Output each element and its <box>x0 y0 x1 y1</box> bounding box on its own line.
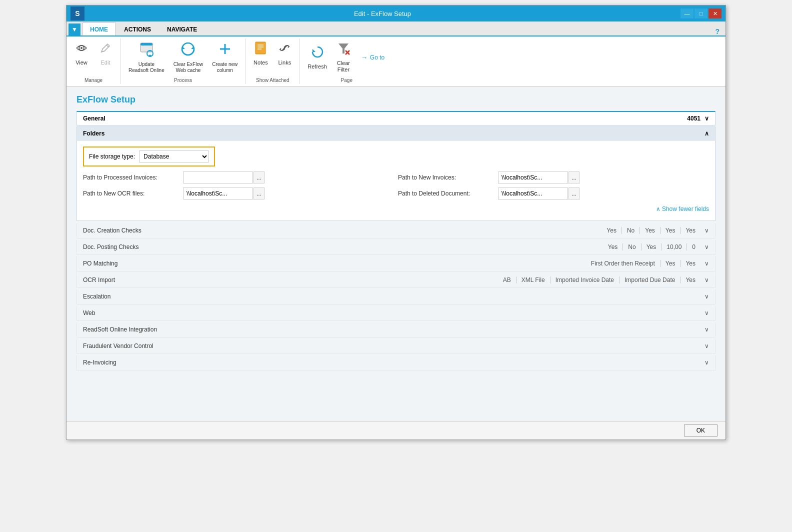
collapsible-row-label: Doc. Posting Checks <box>83 244 138 250</box>
general-section-label: General <box>83 115 106 122</box>
minimize-button[interactable]: — <box>680 8 694 18</box>
right-paths: Path to New Invoices: … Path to Deleted … <box>398 172 709 204</box>
ribbon-dropdown[interactable]: ▼ <box>68 24 80 36</box>
path-new-invoices-input[interactable] <box>498 172 568 184</box>
folders-section-header[interactable]: Folders ∧ <box>76 126 716 140</box>
collapsible-row[interactable]: Doc. Creation ChecksYesNoYesYesYes∨ <box>76 223 716 238</box>
chevron-down-icon: ∨ <box>704 293 709 300</box>
tab-home[interactable]: HOME <box>82 22 116 36</box>
collapsible-row-label: Doc. Creation Checks <box>83 227 142 234</box>
clear-exflow-label-line1: Clear ExFlow <box>174 62 203 67</box>
path-ocr-browse[interactable]: … <box>254 188 264 200</box>
folders-chevron-icon: ∧ <box>704 130 709 137</box>
ribbon-group-manage: View Edit Manage <box>66 38 121 84</box>
create-col-label-line2: column <box>217 68 233 73</box>
collapsible-row-label: PO Matching <box>83 260 118 267</box>
collapsible-row-label: Web <box>83 310 95 316</box>
collapsible-row-label: OCR Import <box>83 276 115 284</box>
folders-section-content: File storage type: Database File System … <box>76 140 716 221</box>
collapsible-row[interactable]: Fraudulent Vendor Control∨ <box>76 338 716 354</box>
show-fewer-fields[interactable]: ∧ Show fewer fields <box>83 204 709 214</box>
tab-actions[interactable]: ACTIONS <box>116 22 158 36</box>
show-attached-group-label: Show Attached <box>246 78 300 83</box>
row-value: Yes <box>680 260 700 267</box>
row-value: XML File <box>516 276 550 284</box>
general-section-header[interactable]: General 4051 ∨ <box>76 111 716 126</box>
links-button[interactable]: Links <box>274 38 296 68</box>
clear-exflow-button[interactable]: Clear ExFlow Web cache <box>170 38 206 76</box>
main-content: ExFlow Setup General 4051 ∨ Folders ∧ Fi… <box>66 86 726 421</box>
edit-button[interactable]: Edit <box>94 38 116 68</box>
collapsible-row-label: Fraudulent Vendor Control <box>83 342 154 350</box>
row-value: Yes <box>603 244 624 250</box>
clear-exflow-icon <box>180 41 196 60</box>
collapsible-row-values: First Order then ReceiptYesYes <box>586 260 700 267</box>
collapsible-row-values: YesNoYes10,000 <box>603 244 700 250</box>
collapsible-row-label: ReadSoft Online Integration <box>83 326 157 333</box>
goto-button[interactable]: → Go to <box>356 51 389 64</box>
create-col-label-line1: Create new <box>212 62 238 67</box>
app-logo: S <box>70 6 84 20</box>
collapsible-row[interactable]: Doc. Posting ChecksYesNoYes10,000∨ <box>76 240 716 255</box>
chevron-down-icon: ∨ <box>704 359 709 366</box>
collapsible-row[interactable]: Escalation∨ <box>76 289 716 304</box>
general-section-value: 4051 <box>687 115 700 122</box>
page-group-label: Page <box>300 78 393 83</box>
collapsible-row-values: YesNoYesYesYes <box>602 227 700 234</box>
tab-navigate[interactable]: NAVIGATE <box>160 22 204 36</box>
path-ocr-label: Path to New OCR files: <box>83 190 183 197</box>
manage-group-label: Manage <box>66 78 120 83</box>
collapsible-rows-container: Doc. Creation ChecksYesNoYesYesYes∨Doc. … <box>76 223 716 370</box>
svg-line-2 <box>106 45 108 47</box>
collapsible-row[interactable]: OCR ImportABXML FileImported Invoice Dat… <box>76 272 716 288</box>
row-value: No <box>622 227 640 234</box>
path-deleted-label: Path to Deleted Document: <box>398 190 498 197</box>
path-ocr-input[interactable] <box>183 188 253 200</box>
create-new-column-icon <box>217 41 233 60</box>
collapsible-row-label: Re-Invoicing <box>83 359 116 366</box>
collapsible-row[interactable]: ReadSoft Online Integration∨ <box>76 322 716 338</box>
row-value: Yes <box>642 244 662 250</box>
collapsible-row[interactable]: PO MatchingFirst Order then ReceiptYesYe… <box>76 256 716 272</box>
path-processed-browse[interactable]: … <box>254 172 264 184</box>
path-new-invoices-browse[interactable]: … <box>568 172 580 184</box>
row-value: First Order then Receipt <box>586 260 660 267</box>
maximize-button[interactable]: □ <box>694 8 708 18</box>
svg-point-1 <box>80 47 82 49</box>
collapsible-row-label: Escalation <box>83 293 110 300</box>
page-title: ExFlow Setup <box>76 94 716 105</box>
clear-filter-button[interactable]: Clear Filter <box>332 39 354 76</box>
collapsible-row[interactable]: Re-Invoicing∨ <box>76 355 716 370</box>
row-value: Imported Invoice Date <box>550 276 620 284</box>
path-processed-input[interactable] <box>183 172 253 184</box>
path-deleted-input[interactable] <box>498 188 568 200</box>
svg-rect-10 <box>256 42 266 54</box>
folders-section-label: Folders <box>83 130 104 137</box>
update-readsoft-label-line2: Readsoft Online <box>128 68 164 73</box>
row-value: Yes <box>660 260 681 267</box>
ribbon-tabs: ▼ HOME ACTIONS NAVIGATE ? <box>66 22 726 36</box>
ok-button[interactable]: OK <box>684 424 718 436</box>
close-button[interactable]: ✕ <box>708 8 722 18</box>
create-new-column-button[interactable]: Create new column <box>208 38 241 76</box>
row-value: Yes <box>680 227 700 234</box>
row-value: 0 <box>687 244 700 250</box>
notes-button[interactable]: Notes <box>250 38 272 68</box>
window-title: Edit - ExFlow Setup <box>84 10 680 18</box>
update-readsoft-icon <box>138 41 154 60</box>
help-button[interactable]: ? <box>711 28 724 36</box>
path-processed-label: Path to Processed Invoices: <box>83 174 183 181</box>
ribbon-group-show-attached: Notes Links Show Attached <box>246 38 300 84</box>
file-storage-select[interactable]: Database File System <box>139 150 209 162</box>
path-deleted-browse[interactable]: … <box>568 188 580 200</box>
chevron-down-icon: ∨ <box>704 326 709 333</box>
svg-marker-7 <box>191 46 194 49</box>
footer: OK <box>66 421 726 440</box>
refresh-icon <box>310 45 324 62</box>
update-readsoft-button[interactable]: Update Readsoft Online <box>125 38 168 76</box>
view-button[interactable]: View <box>70 38 92 68</box>
clear-exflow-label-line2: Web cache <box>176 68 201 73</box>
collapsible-row[interactable]: Web∨ <box>76 306 716 321</box>
refresh-button[interactable]: Refresh <box>304 42 330 72</box>
general-chevron-icon: ∨ <box>704 115 709 122</box>
